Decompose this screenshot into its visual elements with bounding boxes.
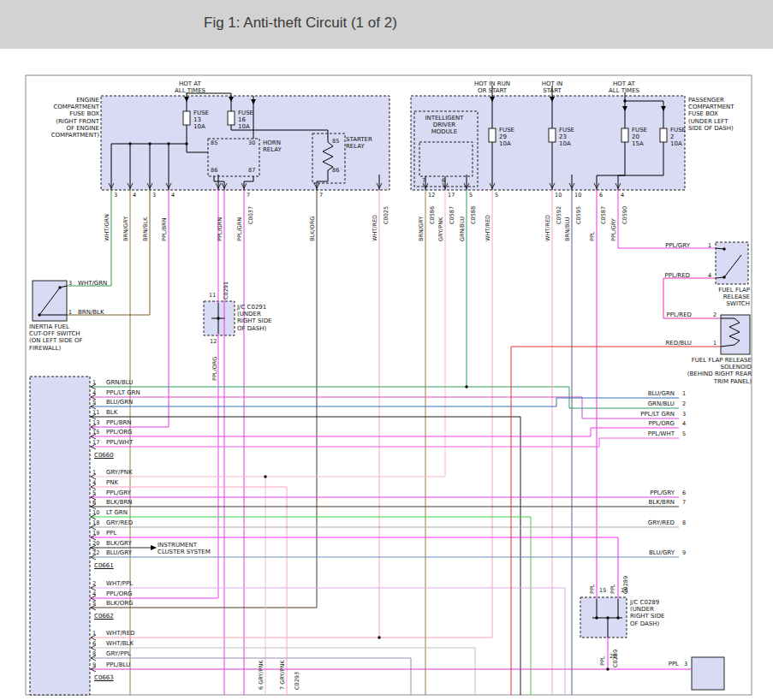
right-arrow <box>151 545 157 550</box>
fuse-symbol <box>660 128 667 142</box>
wire-red-blu <box>511 347 721 695</box>
wire-pnk <box>90 487 287 695</box>
fuse-symbol <box>621 128 628 142</box>
wire-ppl-org <box>90 334 218 598</box>
page: Fig 1: Anti-theft Circuit (1 of 2) HOT A… <box>0 0 773 700</box>
wire-ppl <box>90 537 618 599</box>
wire-gry-ppl <box>90 658 411 695</box>
junction-dot <box>217 317 219 319</box>
diagram-canvas: HOT ATALL TIMESHOT IN RUNOR STARTHOT INS… <box>0 0 773 700</box>
wire-ppl <box>608 638 692 669</box>
junction-dot <box>264 475 266 478</box>
junction-dot <box>623 99 626 102</box>
wire-blu-grn <box>90 398 679 406</box>
junction-dot <box>378 636 380 638</box>
junction-dot <box>616 616 619 619</box>
junction-dot <box>167 142 169 145</box>
junction-dot <box>465 385 467 388</box>
junction-dot <box>38 313 40 316</box>
junction-dot <box>128 142 131 145</box>
fuel-flap-solenoid-box <box>721 315 750 354</box>
junction-dot <box>606 616 609 619</box>
intelligent-driver-module-box <box>414 111 478 187</box>
junction-dot <box>595 616 598 619</box>
wire-ppl-red <box>663 278 721 318</box>
wiring-diagram <box>0 0 773 700</box>
fuse-symbol <box>183 111 190 125</box>
fuse-symbol <box>489 128 496 142</box>
junction-dot <box>722 276 725 278</box>
bottom-right-box <box>692 657 724 690</box>
wire-blk-org <box>90 190 317 608</box>
wire-ppl-gry <box>618 190 716 248</box>
junction-dot <box>185 142 187 145</box>
junction-dot <box>722 247 725 250</box>
junction-dot <box>148 142 151 145</box>
junction-dot <box>606 667 609 670</box>
wire-ppl-org <box>90 428 679 436</box>
wire-blk <box>90 417 520 695</box>
fuse-symbol <box>549 128 556 142</box>
instrument-cluster-box <box>30 377 90 695</box>
fuse-symbol <box>228 111 235 125</box>
wire-wht-grn <box>67 190 111 286</box>
wire-ppl-brn <box>90 190 169 427</box>
wire-lt-grn <box>90 517 531 695</box>
wire-wht-ppl <box>90 588 565 695</box>
junction-dot <box>58 286 61 288</box>
wire-wht-blk <box>90 648 475 695</box>
wire-ppl-wht <box>90 438 679 447</box>
wire-brn-blk <box>67 190 150 315</box>
